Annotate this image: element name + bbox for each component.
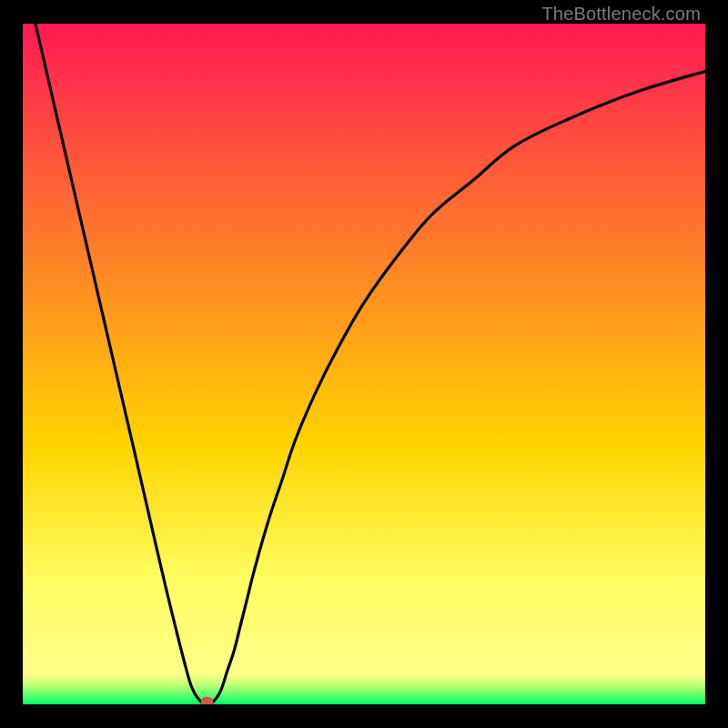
plot-frame	[23, 24, 705, 704]
bottleneck-chart	[23, 24, 705, 704]
gradient-background	[23, 24, 705, 704]
attribution-text: TheBottleneck.com	[541, 4, 701, 25]
